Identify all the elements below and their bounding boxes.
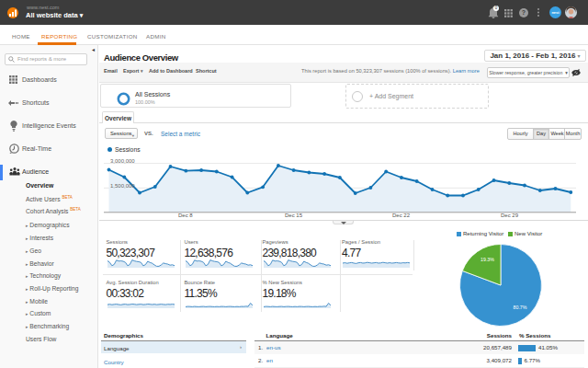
svg-text:80.7%: 80.7% (514, 305, 527, 310)
svg-text:19.3%: 19.3% (481, 257, 494, 262)
